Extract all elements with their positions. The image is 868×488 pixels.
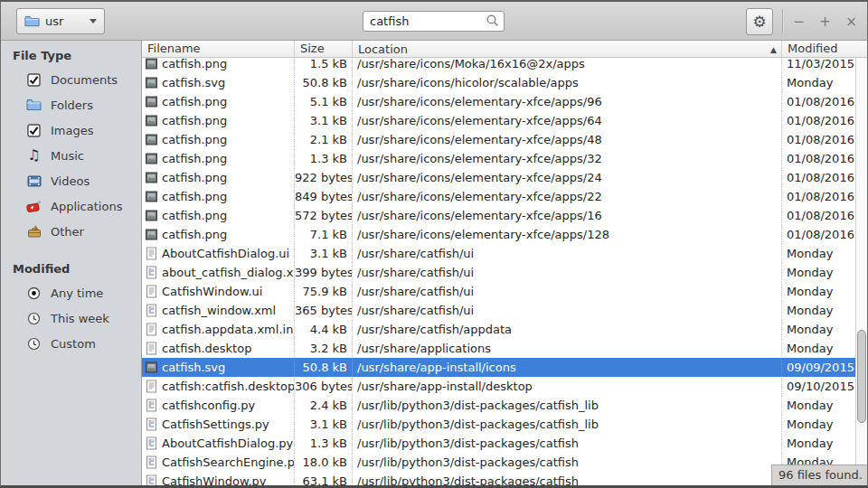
modified-cell: Monday xyxy=(782,415,855,434)
size-cell: 1.3 kB xyxy=(295,149,353,168)
code-file-icon xyxy=(145,266,158,279)
sidebar-item-label: Videos xyxy=(51,174,90,188)
table-row[interactable]: catfish.png1.5 kB/usr/share/icons/Moka/1… xyxy=(142,58,855,73)
file-list-panel: Filename Size Location ▲ Modified catfis… xyxy=(141,41,867,485)
text-file-icon xyxy=(145,323,158,336)
location-cell: /usr/share/icons/elementary-xfce/apps/12… xyxy=(353,225,782,244)
table-row[interactable]: catfish.png572 bytes/usr/share/icons/ele… xyxy=(142,206,855,225)
modified-cell: 01/08/2016 xyxy=(782,111,855,130)
filename-cell: CatfishSearchEngine.py xyxy=(142,453,295,472)
size-cell: 365 bytes xyxy=(295,301,353,320)
table-row[interactable]: CatfishSettings.py3.1 kB/usr/lib/python3… xyxy=(142,415,855,434)
modified-cell: Monday xyxy=(782,396,855,415)
table-row[interactable]: catfish.svg50.8 kB/usr/share/icons/hicol… xyxy=(142,73,855,92)
text-file-icon xyxy=(145,285,158,298)
table-row[interactable]: catfish.png922 bytes/usr/share/icons/ele… xyxy=(142,168,855,187)
vertical-scrollbar[interactable] xyxy=(855,58,867,485)
filename-cell: catfish:catfish.desktop xyxy=(142,377,295,396)
checkbox-checked-icon[interactable] xyxy=(26,72,42,88)
file-table-viewport: catfish.png1.5 kB/usr/share/icons/Moka/1… xyxy=(142,58,855,485)
table-row[interactable]: catfish.png2.1 kB/usr/share/icons/elemen… xyxy=(142,130,855,149)
filename-cell: catfish.png xyxy=(142,130,295,149)
sidebar-item-images[interactable]: Images xyxy=(1,117,141,143)
sidebar-item-applications[interactable]: Applications xyxy=(1,193,141,219)
location-cell: /usr/lib/python3/dist-packages/catfish xyxy=(353,472,782,485)
table-row[interactable]: CatfishWindow.py63.1 kB/usr/lib/python3/… xyxy=(142,472,855,485)
column-header-filename[interactable]: Filename xyxy=(142,41,295,57)
code-file-icon xyxy=(145,399,158,412)
sidebar-item-other[interactable]: Other xyxy=(1,219,141,244)
table-row[interactable]: catfish.png3.1 kB/usr/share/icons/elemen… xyxy=(142,111,855,130)
table-row[interactable]: CatfishWindow.ui75.9 kB/usr/share/catfis… xyxy=(142,282,855,301)
column-header-modified[interactable]: Modified xyxy=(782,41,855,57)
maximize-button[interactable]: + xyxy=(812,8,838,35)
image-file-icon xyxy=(145,190,158,203)
size-cell: 922 bytes xyxy=(295,168,353,187)
table-row[interactable]: catfish.desktop3.2 kB/usr/share/applicat… xyxy=(142,339,855,358)
radio-selected-icon[interactable] xyxy=(26,286,42,301)
music-note-icon: ♫ xyxy=(26,148,42,164)
filename-cell: catfish.png xyxy=(142,58,295,73)
minimize-button[interactable]: − xyxy=(786,8,812,35)
table-row[interactable]: catfish_window.xml365 bytes/usr/share/ca… xyxy=(142,301,855,320)
filename-cell: CatfishSettings.py xyxy=(142,415,295,434)
size-cell: 572 bytes xyxy=(295,206,353,225)
sidebar-item-music[interactable]: ♫ Music xyxy=(1,143,141,168)
table-row[interactable]: AboutCatfishDialog.py1.3 kB/usr/lib/pyth… xyxy=(142,434,855,453)
chevron-down-icon xyxy=(90,19,97,23)
scrollbar-thumb[interactable] xyxy=(857,330,866,423)
settings-button[interactable]: ⚙ xyxy=(746,8,773,35)
filename-cell: about_catfish_dialog.xml xyxy=(142,263,295,282)
filename-cell: catfish.png xyxy=(142,92,295,111)
sidebar-item-folders[interactable]: Folders xyxy=(1,92,141,117)
image-file-icon xyxy=(145,171,158,184)
swiss-knife-icon xyxy=(26,199,42,214)
filename-cell: catfish_window.xml xyxy=(142,301,295,320)
location-cell: /usr/share/icons/elementary-xfce/apps/48 xyxy=(353,130,782,149)
location-cell: /usr/share/icons/elementary-xfce/apps/32 xyxy=(353,149,782,168)
table-row[interactable]: catfish.png7.1 kB/usr/share/icons/elemen… xyxy=(142,225,855,244)
filename-cell: catfish.png xyxy=(142,206,295,225)
column-header-location[interactable]: Location ▲ xyxy=(353,41,782,57)
checkbox-checked-icon[interactable] xyxy=(26,123,42,138)
filename-cell: catfish.png xyxy=(142,149,295,168)
sidebar-item-any-time[interactable]: Any time xyxy=(1,280,141,305)
size-cell: 18.0 kB xyxy=(295,453,353,472)
modified-cell: 11/03/2015 xyxy=(782,58,855,73)
code-file-icon xyxy=(145,304,158,317)
size-cell: 2.4 kB xyxy=(295,396,353,415)
sidebar-item-documents[interactable]: Documents xyxy=(1,67,141,92)
table-row[interactable]: catfish:catfish.desktop306 bytes/usr/sha… xyxy=(142,377,855,396)
table-row[interactable]: catfish.png849 bytes/usr/share/icons/ele… xyxy=(142,187,855,206)
sidebar-item-label: Music xyxy=(51,149,84,163)
close-button[interactable]: × xyxy=(838,8,864,35)
folder-icon xyxy=(26,98,42,113)
table-row[interactable]: catfish.appdata.xml.in4.4 kB/usr/share/c… xyxy=(142,320,855,339)
table-row[interactable]: catfishconfig.py2.4 kB/usr/lib/python3/d… xyxy=(142,396,855,415)
location-dropdown-button[interactable]: usr xyxy=(16,8,105,34)
sidebar-item-videos[interactable]: Videos xyxy=(1,168,141,193)
column-header-size[interactable]: Size xyxy=(295,41,353,57)
search-input[interactable] xyxy=(363,11,505,32)
sidebar-item-this-week[interactable]: This week xyxy=(1,305,141,331)
table-row[interactable]: catfish.svg50.8 kB/usr/share/app-install… xyxy=(142,358,855,377)
modified-cell: 09/10/2015 xyxy=(782,377,855,396)
table-row[interactable]: catfish.png1.3 kB/usr/share/icons/elemen… xyxy=(142,149,855,168)
modified-cell: Monday xyxy=(782,339,855,358)
size-cell: 2.1 kB xyxy=(295,130,353,149)
file-type-header: File Type xyxy=(1,41,141,67)
filename-cell: catfish.png xyxy=(142,168,295,187)
text-file-icon xyxy=(145,247,158,260)
folder-icon xyxy=(24,14,40,29)
search-icon[interactable] xyxy=(486,14,500,31)
modified-cell: 01/08/2016 xyxy=(782,168,855,187)
modified-header: Modified xyxy=(1,254,141,280)
table-row[interactable]: CatfishSearchEngine.py18.0 kB/usr/lib/py… xyxy=(142,453,855,472)
table-row[interactable]: about_catfish_dialog.xml399 bytes/usr/sh… xyxy=(142,263,855,282)
table-row[interactable]: catfish.png5.1 kB/usr/share/icons/elemen… xyxy=(142,92,855,111)
filename-cell: catfish.desktop xyxy=(142,339,295,358)
filename-cell: AboutCatfishDialog.py xyxy=(142,434,295,453)
modified-cell: 01/08/2016 xyxy=(782,92,855,111)
sidebar-item-custom[interactable]: Custom xyxy=(1,331,141,356)
table-row[interactable]: AboutCatfishDialog.ui3.1 kB/usr/share/ca… xyxy=(142,244,855,263)
